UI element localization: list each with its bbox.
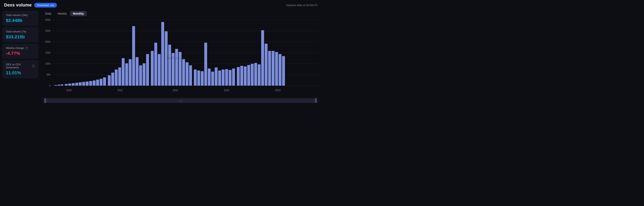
tab-bar: DailyWeeklyMonthly xyxy=(42,11,319,16)
sidebar: Total volume (24h)$2.448bTotal volume (7… xyxy=(0,9,41,103)
svg-rect-56 xyxy=(186,62,188,86)
svg-rect-46 xyxy=(151,51,154,86)
svg-rect-37 xyxy=(118,67,121,86)
info-icon[interactable]: ? xyxy=(32,64,35,67)
chart-area: DailyWeeklyMonthly 300b 250b xyxy=(41,9,322,103)
svg-rect-20 xyxy=(58,85,60,86)
svg-rect-73 xyxy=(247,65,250,86)
svg-rect-67 xyxy=(225,69,228,85)
stat-value-2: -4.77% xyxy=(6,51,35,56)
svg-rect-83 xyxy=(282,56,285,86)
scrollbar-handle-right[interactable] xyxy=(315,98,317,103)
svg-rect-30 xyxy=(93,80,96,85)
svg-rect-81 xyxy=(275,52,278,86)
stat-value-1: $33.215b xyxy=(6,34,35,39)
svg-text:2023: 2023 xyxy=(224,89,229,92)
svg-text:150b: 150b xyxy=(45,51,50,54)
stat-label-2: Weekly change? xyxy=(6,46,35,49)
download-button[interactable]: Download .csv xyxy=(34,3,57,7)
svg-text:2022: 2022 xyxy=(172,89,178,92)
svg-rect-71 xyxy=(240,66,243,86)
svg-rect-49 xyxy=(161,22,164,86)
svg-text:100b: 100b xyxy=(45,62,50,65)
svg-rect-23 xyxy=(68,84,71,86)
svg-rect-44 xyxy=(143,63,146,86)
svg-rect-53 xyxy=(175,49,178,86)
info-icon[interactable]: ? xyxy=(25,47,28,49)
svg-rect-38 xyxy=(122,58,124,85)
svg-rect-82 xyxy=(279,54,282,86)
svg-rect-35 xyxy=(111,73,114,86)
stat-value-3: 11.01% xyxy=(6,70,35,75)
scrollbar-handle-left[interactable] xyxy=(44,98,46,103)
svg-rect-39 xyxy=(125,63,128,86)
svg-rect-64 xyxy=(215,67,218,86)
stat-label-3: DEX vs CEX dominance? xyxy=(6,63,35,69)
svg-rect-45 xyxy=(146,54,149,86)
svg-rect-68 xyxy=(229,70,232,86)
svg-rect-32 xyxy=(100,79,102,86)
svg-text:200b: 200b xyxy=(45,40,50,43)
svg-rect-22 xyxy=(65,84,68,86)
svg-rect-33 xyxy=(103,77,106,86)
stat-card-2: Weekly change?-4.77% xyxy=(2,44,38,59)
svg-rect-40 xyxy=(129,59,132,86)
chart-wrapper: 300b 250b 200b 150b 100b 50b 0 2020 2021… xyxy=(42,18,319,96)
svg-rect-24 xyxy=(72,83,74,86)
svg-rect-74 xyxy=(251,64,254,86)
svg-rect-41 xyxy=(132,26,135,86)
tab-monthly[interactable]: Monthly xyxy=(70,11,87,16)
svg-rect-66 xyxy=(222,69,224,85)
svg-rect-62 xyxy=(208,68,210,85)
svg-text:250b: 250b xyxy=(45,29,50,32)
svg-rect-19 xyxy=(54,85,57,86)
svg-text:2024: 2024 xyxy=(275,89,280,92)
svg-rect-31 xyxy=(96,80,99,86)
svg-text:2020: 2020 xyxy=(66,89,72,92)
svg-rect-58 xyxy=(194,69,196,85)
svg-rect-47 xyxy=(154,43,157,86)
svg-rect-60 xyxy=(201,71,204,86)
svg-rect-80 xyxy=(272,51,274,86)
svg-rect-29 xyxy=(89,81,92,85)
stat-card-1: Total volume (7d)$33.215b xyxy=(2,27,38,42)
svg-rect-69 xyxy=(232,68,235,85)
svg-rect-26 xyxy=(79,82,82,86)
svg-rect-70 xyxy=(237,67,240,86)
svg-rect-28 xyxy=(86,82,89,86)
svg-rect-75 xyxy=(254,63,257,86)
stat-value-0: $2.448b xyxy=(6,18,35,23)
scrollbar-dots xyxy=(179,101,182,101)
svg-rect-65 xyxy=(218,71,221,86)
svg-rect-51 xyxy=(168,45,171,86)
svg-rect-76 xyxy=(258,64,260,86)
stat-label-0: Total volume (24h) xyxy=(6,13,35,17)
chart-svg: 300b 250b 200b 150b 100b 50b 0 2020 2021… xyxy=(42,18,319,96)
main-content: Total volume (24h)$2.448bTotal volume (7… xyxy=(0,9,322,103)
svg-rect-61 xyxy=(204,43,207,86)
svg-rect-25 xyxy=(75,83,78,86)
chart-container: 300b 250b 200b 150b 100b 50b 0 2020 2021… xyxy=(42,18,319,103)
header: Dexs volume Download .csv Updated daily … xyxy=(0,0,322,9)
svg-rect-59 xyxy=(198,71,200,86)
svg-text:300b: 300b xyxy=(45,18,50,21)
svg-rect-78 xyxy=(265,44,268,86)
stat-card-0: Total volume (24h)$2.448b xyxy=(2,11,38,26)
svg-rect-57 xyxy=(189,65,192,86)
svg-rect-34 xyxy=(108,75,110,86)
svg-text:50b: 50b xyxy=(46,73,50,76)
page-title: Dexs volume xyxy=(4,2,32,8)
tab-daily[interactable]: Daily xyxy=(42,11,54,16)
svg-rect-27 xyxy=(82,82,85,86)
svg-rect-21 xyxy=(61,84,63,86)
chart-scrollbar[interactable] xyxy=(42,97,319,103)
svg-text:DeFiLlama: DeFiLlama xyxy=(166,56,184,60)
tab-weekly[interactable]: Weekly xyxy=(55,11,70,16)
svg-rect-63 xyxy=(211,72,214,86)
svg-rect-72 xyxy=(244,66,246,86)
svg-rect-42 xyxy=(136,57,138,85)
svg-rect-77 xyxy=(261,30,264,86)
svg-text:0: 0 xyxy=(49,84,50,87)
svg-rect-48 xyxy=(158,54,160,86)
svg-rect-55 xyxy=(182,59,185,86)
